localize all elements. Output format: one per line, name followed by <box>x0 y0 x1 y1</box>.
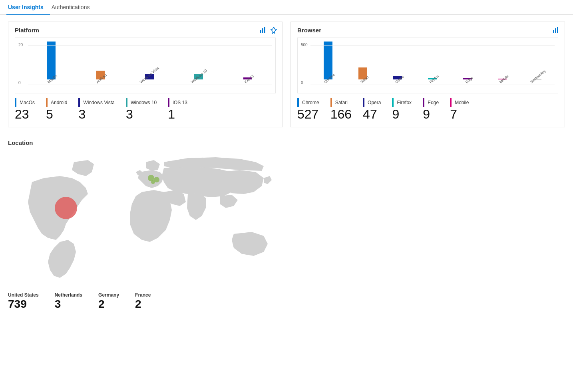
svg-rect-0 <box>260 30 261 33</box>
bar-group-safari: Safari <box>348 67 378 85</box>
world-map-svg <box>8 150 308 286</box>
platform-stats: MacOs 23 Android 5 Windows Vista <box>15 98 276 121</box>
stat-bar-chrome <box>297 98 299 107</box>
stat-ios13: iOS 13 1 <box>168 98 187 121</box>
platform-title: Platform <box>15 27 276 34</box>
stat-label-ios13: iOS 13 <box>173 100 187 105</box>
stat-value-macos: 23 <box>15 108 35 121</box>
bar-label-windows10: Windows 10 <box>190 68 208 84</box>
platform-panel-icons[interactable] <box>260 27 277 36</box>
bar-label-windowsvista: Windows Vista <box>139 66 160 84</box>
world-map-container <box>8 150 308 286</box>
stat-value-windows10: 3 <box>126 108 157 121</box>
bar-group-firefox: Firefox <box>418 78 448 85</box>
browser-chart: 500 0 Chrome Safari <box>297 38 558 93</box>
browser-title: Browser <box>297 27 558 34</box>
stat-chrome: Chrome 527 <box>297 98 319 121</box>
stat-label-chrome: Chrome <box>302 100 319 105</box>
platform-panel: Platform 20 0 <box>8 22 283 127</box>
stat-value-mobile: 7 <box>450 108 469 121</box>
stat-bar-edge <box>423 98 424 107</box>
stat-android: Android 5 <box>46 98 67 121</box>
stat-value-safari: 166 <box>330 108 352 121</box>
stat-bar-mobile <box>450 98 452 107</box>
browser-y-zero: 0 <box>301 81 303 85</box>
stat-bar-macos <box>15 98 16 107</box>
bar-chrome <box>324 42 332 79</box>
stat-bar-windows10 <box>126 98 127 107</box>
europe-bubble-3 <box>151 180 155 184</box>
svg-rect-4 <box>555 28 556 33</box>
country-value-de: 2 <box>98 298 119 311</box>
stat-macos: MacOs 23 <box>15 98 35 121</box>
stat-label-opera: Opera <box>368 100 381 105</box>
tab-user-insights[interactable]: User Insights <box>6 0 50 15</box>
stat-windows10: Windows 10 3 <box>126 98 157 121</box>
svg-rect-1 <box>262 28 263 33</box>
bar-group-macos: MacOs <box>30 42 72 85</box>
country-nl: Netherlands 3 <box>55 292 82 311</box>
stat-value-firefox: 9 <box>392 108 412 121</box>
country-name-de: Germany <box>98 292 119 298</box>
stat-label-edge: Edge <box>428 100 439 105</box>
browser-bars: Chrome Safari Opera Firefox <box>301 41 555 93</box>
platform-chart: 20 0 MacOs Android <box>15 38 276 93</box>
bar-label-edge: Edge <box>465 75 474 84</box>
bar-label-ios13: iOS 13 <box>244 74 255 84</box>
country-value-fr: 2 <box>135 298 151 311</box>
bar-group-ios13: iOS 13 <box>227 77 268 85</box>
stat-value-ios13: 1 <box>168 108 187 121</box>
browser-panel: Browser 500 0 Chrome <box>290 22 565 127</box>
main-content: Platform 20 0 <box>0 15 573 317</box>
stat-edge: Edge 9 <box>423 98 439 121</box>
stat-bar-firefox <box>392 98 394 107</box>
bar-group-chrome: Chrome <box>313 42 343 85</box>
country-stats: United States 739 Netherlands 3 Germany … <box>8 292 565 311</box>
stat-value-android: 5 <box>46 108 67 121</box>
country-name-us: United States <box>8 292 39 298</box>
country-de: Germany 2 <box>98 292 119 311</box>
bar-label-mobile: Mobile <box>499 74 509 84</box>
stat-safari: Safari 166 <box>330 98 352 121</box>
country-us: United States 739 <box>8 292 39 311</box>
stat-bar-windowsvista <box>78 98 80 107</box>
bar-group-windowsvista: Windows Vista <box>129 74 170 85</box>
bar-label-seamonkey: SeaMonkey <box>529 69 547 84</box>
stat-value-windowsvista: 3 <box>78 108 114 121</box>
platform-bars: MacOs Android Windows Vista Windows <box>18 41 272 93</box>
country-fr: France 2 <box>135 292 151 311</box>
svg-rect-2 <box>264 27 265 33</box>
tabs-container: User Insights Authentications <box>0 0 573 15</box>
location-title: Location <box>8 139 565 146</box>
browser-panel-icons[interactable] <box>553 27 560 36</box>
stat-bar-ios13 <box>168 98 169 107</box>
stat-windowsvista: Windows Vista 3 <box>78 98 114 121</box>
tab-authentications[interactable]: Authentications <box>50 0 96 14</box>
stat-label-android: Android <box>51 100 67 105</box>
stat-label-safari: Safari <box>335 100 348 105</box>
bar-label-firefox: Firefox <box>429 74 440 84</box>
stat-label-mobile: Mobile <box>455 100 469 105</box>
stat-firefox: Firefox 9 <box>392 98 412 121</box>
bar-group-android: Android <box>80 71 121 85</box>
stat-label-windows10: Windows 10 <box>131 100 157 105</box>
pin-icon[interactable] <box>270 27 277 36</box>
stat-opera: Opera 47 <box>363 98 381 121</box>
location-section: Location <box>8 139 565 311</box>
chart-icon[interactable] <box>260 27 267 36</box>
stat-label-windowsvista: Windows Vista <box>83 100 114 105</box>
stat-value-edge: 9 <box>423 108 439 121</box>
stat-bar-safari <box>330 98 332 107</box>
usa-bubble <box>55 197 77 219</box>
bar-group-seamonkey: SeaMonkey <box>522 79 552 85</box>
stat-label-macos: MacOs <box>20 100 35 105</box>
bar-macos <box>47 42 56 79</box>
platform-y-zero: 0 <box>18 81 21 85</box>
stat-bar-android <box>46 98 48 107</box>
platform-y-top: 20 <box>18 43 23 47</box>
bar-group-windows10: Windows 10 <box>178 74 219 85</box>
browser-chart-icon[interactable] <box>553 27 560 36</box>
stat-value-opera: 47 <box>363 108 381 121</box>
country-value-nl: 3 <box>55 298 82 311</box>
country-name-nl: Netherlands <box>55 292 82 298</box>
